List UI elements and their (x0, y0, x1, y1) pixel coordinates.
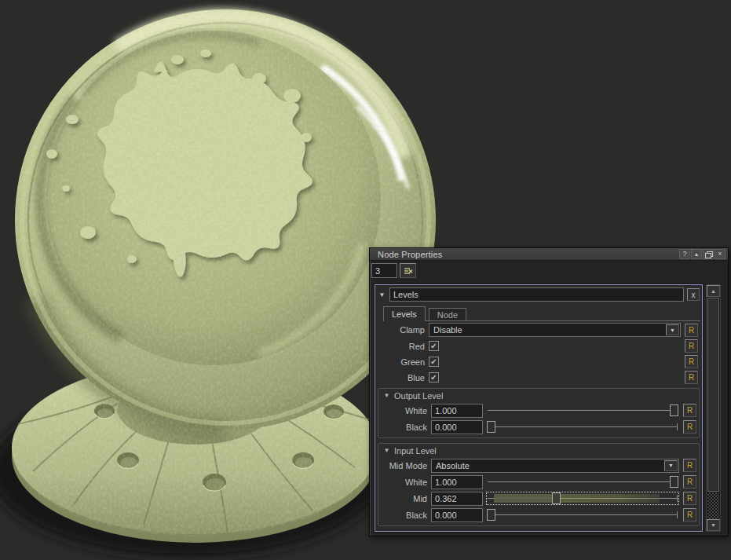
output-white-reset-button[interactable]: R (683, 404, 696, 417)
restore-icon[interactable] (703, 249, 714, 259)
green-checkbox[interactable]: ✔ (429, 357, 439, 367)
mid-mode-reset-button[interactable]: R (683, 459, 696, 472)
red-checkbox[interactable]: ✔ (429, 341, 439, 351)
output-black-slider-handle[interactable] (487, 421, 495, 433)
node-pick-icon (404, 267, 413, 275)
window-title: Node Properties (378, 250, 443, 259)
tab-strip: Levels Node (383, 306, 700, 321)
red-reset-button[interactable]: R (685, 339, 698, 353)
input-mid-slider[interactable] (486, 492, 679, 505)
scrollbar-thumb[interactable] (707, 298, 719, 492)
input-mid-field[interactable]: 0.362 (431, 492, 483, 506)
mid-slider-range-band (494, 494, 660, 503)
mid-mode-label: Mid Mode (381, 461, 431, 470)
output-black-slider[interactable] (486, 420, 679, 434)
clamp-reset-button[interactable]: R (685, 324, 698, 337)
input-level-title: Input Level (394, 446, 437, 456)
panel-scrollbar[interactable]: ▲ ▼ (706, 284, 721, 532)
output-level-title: Output Level (394, 391, 443, 401)
input-mid-label: Mid (381, 494, 431, 503)
collapse-levels-icon[interactable]: ▼ (378, 291, 386, 298)
input-black-field[interactable]: 0.000 (431, 508, 483, 522)
levels-group-close-button[interactable]: x (687, 288, 700, 301)
blue-checkbox[interactable]: ✔ (429, 372, 439, 382)
output-black-field[interactable]: 0.000 (431, 420, 483, 434)
mid-mode-value: Absolute (432, 461, 664, 470)
green-reset-button[interactable]: R (685, 355, 698, 368)
chevron-down-icon[interactable]: ▼ (664, 460, 678, 471)
input-white-reset-button[interactable]: R (683, 475, 696, 489)
node-index-value: 3 (375, 266, 380, 276)
tab-node[interactable]: Node (429, 308, 466, 320)
output-level-section: ▼ Output Level White 1.000 R Black 0.000… (378, 388, 700, 438)
collapse-output-icon[interactable]: ▼ (383, 392, 390, 399)
output-white-label: White (381, 406, 431, 415)
output-white-slider-handle[interactable] (670, 404, 678, 416)
scrollbar-track[interactable] (707, 492, 719, 519)
clamp-label: Clamp (378, 325, 429, 335)
output-black-reset-button[interactable]: R (683, 420, 696, 434)
pin-icon[interactable]: ▲ (691, 249, 702, 259)
clamp-value: Disable (429, 325, 666, 335)
levels-group-title: Levels (393, 290, 418, 299)
input-mid-reset-button[interactable]: R (683, 492, 696, 505)
node-pick-button[interactable] (400, 263, 416, 278)
clamp-dropdown[interactable]: Disable ▼ (429, 323, 681, 337)
input-mid-slider-handle[interactable] (552, 492, 561, 504)
input-black-label: Black (381, 511, 431, 520)
input-black-slider-handle[interactable] (487, 509, 495, 521)
close-icon[interactable]: × (715, 249, 726, 259)
green-label: Green (378, 357, 429, 367)
output-white-slider[interactable] (486, 404, 679, 417)
input-black-slider[interactable] (486, 508, 679, 522)
levels-group: ▼ Levels x Levels Node Clamp Disable ▼ (375, 284, 703, 532)
collapse-input-icon[interactable]: ▼ (383, 447, 390, 454)
blue-label: Blue (378, 373, 429, 382)
node-index-field[interactable]: 3 (371, 263, 397, 278)
app-canvas: Node Properties ? ▲ × 3 ▼ L (0, 0, 731, 560)
tab-levels[interactable]: Levels (383, 306, 426, 321)
levels-group-title-box[interactable]: Levels (389, 287, 684, 302)
output-white-field[interactable]: 1.000 (431, 404, 483, 418)
node-properties-window: Node Properties ? ▲ × 3 ▼ L (369, 247, 729, 536)
scroll-up-icon[interactable]: ▲ (707, 285, 720, 297)
input-level-section: ▼ Input Level Mid Mode Absolute ▼ R Whit… (378, 443, 700, 526)
red-label: Red (378, 342, 429, 351)
input-white-label: White (381, 478, 431, 487)
output-black-label: Black (381, 423, 431, 432)
input-black-reset-button[interactable]: R (683, 508, 696, 522)
chevron-down-icon[interactable]: ▼ (666, 324, 679, 335)
window-titlebar[interactable]: Node Properties ? ▲ × (370, 248, 728, 261)
input-white-slider[interactable] (486, 475, 679, 489)
scroll-down-icon[interactable]: ▼ (707, 519, 720, 531)
input-white-slider-handle[interactable] (670, 476, 678, 488)
help-icon[interactable]: ? (679, 249, 690, 259)
mid-mode-dropdown[interactable]: Absolute ▼ (431, 459, 679, 473)
input-white-field[interactable]: 1.000 (431, 475, 483, 489)
blue-reset-button[interactable]: R (685, 371, 698, 384)
